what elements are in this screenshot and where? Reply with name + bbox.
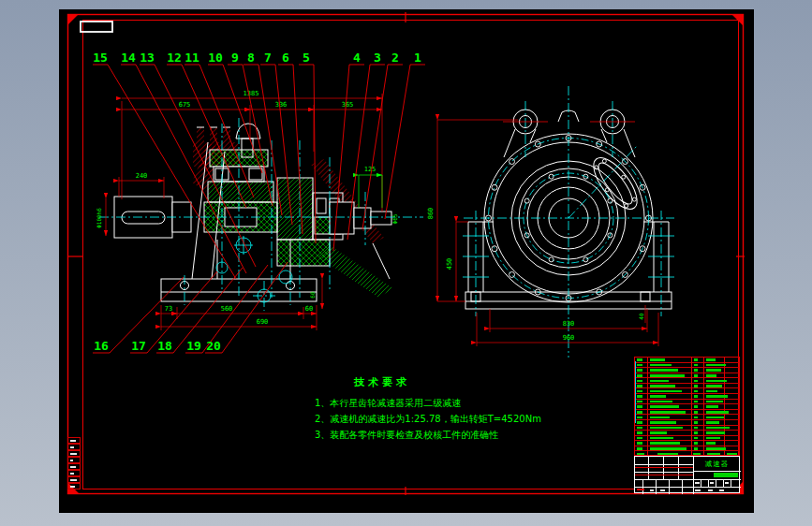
bom-cell-text bbox=[637, 401, 642, 403]
bom-cell-text bbox=[706, 364, 726, 367]
dim-height: 860 bbox=[427, 208, 435, 220]
bom-cell-text bbox=[650, 416, 670, 419]
bom-cell-text bbox=[707, 453, 720, 456]
bom-cell-text bbox=[637, 427, 642, 430]
frame-zone-cell bbox=[67, 476, 81, 483]
bom-cell-text bbox=[637, 385, 642, 387]
title-block: 减速器 bbox=[634, 456, 740, 493]
bom-column-divider bbox=[691, 358, 692, 455]
bom-cell-text bbox=[706, 416, 724, 419]
bom-cell-text bbox=[650, 427, 683, 430]
callout-top-8: 8 bbox=[247, 51, 255, 65]
callout-top-4: 4 bbox=[353, 51, 361, 65]
frame-zone-cell bbox=[67, 450, 81, 457]
callout-top-9: 9 bbox=[231, 51, 239, 65]
callout-bottom-16: 16 bbox=[94, 339, 109, 353]
callout-top-1: 1 bbox=[414, 51, 421, 65]
bom-cell-text bbox=[650, 395, 666, 398]
tech-requirement-3: 3、装配各零件时要检查及校核工件的准确性 bbox=[315, 427, 541, 443]
bom-cell-text bbox=[706, 374, 716, 377]
dim-base-step: 60 bbox=[309, 291, 316, 299]
bom-cell-text bbox=[694, 390, 698, 393]
frame-zone-cell bbox=[67, 457, 81, 463]
dim-seg3: 365 bbox=[342, 101, 354, 109]
dim-seg1: 675 bbox=[179, 101, 191, 109]
drawing-name: 减速器 bbox=[693, 458, 741, 471]
dim-total: 1385 bbox=[244, 90, 259, 97]
dim-left: 240 bbox=[136, 172, 148, 180]
dim-out-dia: Φ65 bbox=[391, 213, 398, 224]
bom-cell-text bbox=[706, 380, 727, 383]
callout-top-10: 10 bbox=[208, 51, 223, 65]
frame-zone-cells bbox=[67, 437, 81, 489]
bom-cell-text bbox=[637, 405, 642, 408]
bom-cell-text bbox=[650, 401, 672, 403]
callout-top-15: 15 bbox=[93, 51, 108, 65]
bom-edge-mark bbox=[635, 361, 636, 423]
bom-cell-text bbox=[694, 411, 698, 414]
parts-list-table bbox=[634, 357, 740, 456]
callout-bottom-20: 20 bbox=[206, 339, 221, 353]
callout-top-14: 14 bbox=[121, 51, 136, 65]
bom-cell-text bbox=[706, 369, 721, 372]
bom-cell-text bbox=[706, 390, 717, 393]
bom-column-divider bbox=[647, 358, 648, 455]
dim-base3: 60 bbox=[305, 305, 313, 313]
bom-cell-text bbox=[637, 374, 642, 377]
tech-requirement-2: 2、减速机的减速比为1:25.78，输出转矩T=4520Nm bbox=[315, 411, 541, 427]
bom-cell-text bbox=[727, 453, 737, 456]
bom-cell-text bbox=[706, 447, 726, 450]
bom-cell-text bbox=[694, 385, 698, 387]
dim-base-total: 690 bbox=[257, 318, 269, 326]
bom-cell-text bbox=[650, 442, 680, 445]
frame-zone-cell bbox=[67, 470, 81, 476]
bom-cell-text bbox=[637, 390, 642, 393]
callout-bottom-19: 19 bbox=[186, 339, 201, 353]
bom-cell-text bbox=[650, 390, 682, 393]
bom-cell-text bbox=[650, 364, 672, 367]
bom-column-divider bbox=[703, 358, 704, 455]
dim-base1: 73 bbox=[165, 305, 172, 313]
bom-cell-text bbox=[694, 416, 698, 419]
bom-cell-text bbox=[694, 442, 698, 445]
callout-bottom-18: 18 bbox=[157, 339, 172, 353]
bom-cell-text bbox=[706, 395, 728, 398]
bom-cell-text bbox=[637, 437, 642, 440]
bom-cell-text bbox=[650, 369, 678, 372]
bom-cell-text bbox=[637, 453, 644, 456]
callout-top-3: 3 bbox=[374, 51, 381, 65]
bom-cell-text bbox=[657, 453, 678, 456]
tech-requirements-title: 技术要求 bbox=[354, 375, 541, 389]
bom-cell-text bbox=[637, 411, 642, 414]
bom-cell-text bbox=[694, 380, 698, 383]
bom-cell-text bbox=[637, 447, 642, 450]
bom-cell-text bbox=[650, 437, 673, 440]
bom-cell-text bbox=[694, 401, 698, 403]
bom-cell-text bbox=[693, 453, 701, 456]
dim-shaft-len: 125 bbox=[364, 166, 376, 173]
callout-top-2: 2 bbox=[391, 51, 399, 65]
frame-zone-cell bbox=[67, 444, 81, 450]
frame-zone-cell bbox=[67, 483, 81, 489]
bom-cell-text bbox=[694, 431, 698, 434]
frame-zone-cell bbox=[67, 463, 81, 470]
bom-cell-text bbox=[706, 442, 716, 445]
bom-cell-text bbox=[637, 421, 642, 424]
title-block-green-label bbox=[714, 473, 738, 477]
cad-viewport[interactable]: { "colors": { "canvas": "#000000", "fram… bbox=[0, 0, 812, 526]
bom-cell-text bbox=[650, 380, 669, 383]
bom-cell-text bbox=[650, 421, 676, 424]
dim-foot: 40 bbox=[638, 313, 644, 320]
bom-cell-text bbox=[694, 358, 698, 361]
bom-cell-text bbox=[706, 358, 716, 361]
dim-mid: 450 bbox=[446, 258, 453, 270]
dim-feet-span: 830 bbox=[563, 320, 575, 328]
bom-cell-text bbox=[650, 411, 686, 414]
callout-top-12: 12 bbox=[167, 51, 182, 65]
bom-cell-text bbox=[637, 369, 642, 372]
bom-cell-text bbox=[694, 421, 698, 424]
bom-cell-text bbox=[650, 447, 687, 450]
bom-cell-text bbox=[694, 447, 698, 450]
bom-cell-text bbox=[706, 405, 718, 408]
bom-cell-text bbox=[706, 427, 730, 430]
